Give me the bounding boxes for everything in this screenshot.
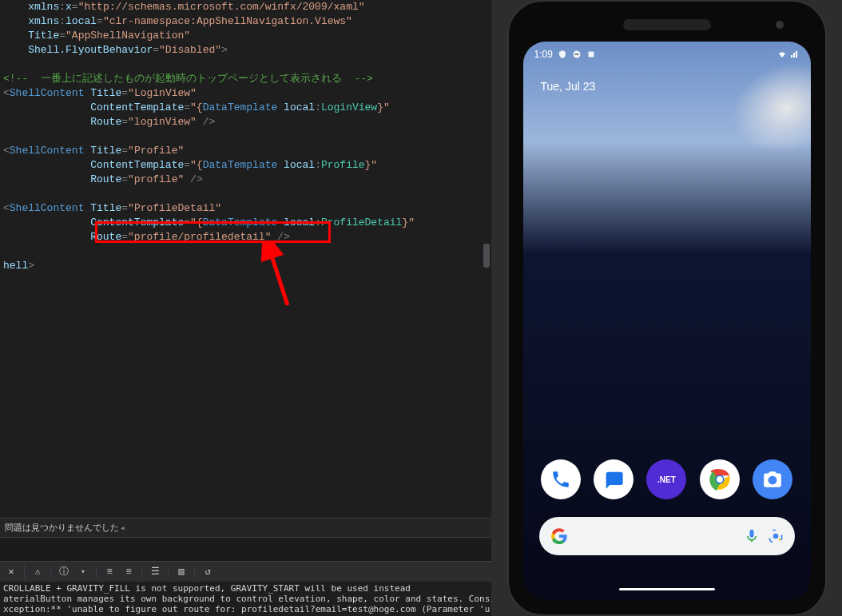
android-status-bar: 1:09 (523, 46, 811, 62)
dotnet-label: .NET (657, 475, 676, 484)
square-icon (586, 50, 596, 59)
code-line[interactable]: <ShellContent Title="ProfileDetail" (3, 201, 488, 216)
google-logo-icon (550, 527, 568, 545)
panel-gap (0, 537, 491, 561)
separator (168, 566, 169, 578)
indent-left-icon[interactable]: ≡ (101, 564, 117, 580)
shield-icon (558, 50, 567, 59)
code-line[interactable] (3, 129, 488, 144)
indent-right-icon[interactable]: ≡ (121, 564, 137, 580)
wallpaper-art (719, 47, 811, 168)
status-chevron-icon[interactable]: ◂ (120, 523, 125, 533)
separator (24, 566, 25, 578)
android-nav-handle[interactable] (619, 588, 715, 590)
svg-point-6 (717, 476, 723, 483)
emulator-pane: 1:09 Tue, Jul 23 (491, 0, 842, 616)
warnings-icon[interactable]: ⚠ (30, 564, 46, 580)
phone-app-icon[interactable] (541, 459, 581, 499)
separator (96, 566, 97, 578)
code-line[interactable]: Title="AppShellNavigation" (3, 29, 488, 43)
signal-icon (790, 50, 800, 59)
output-line: aterialButton manages its own background… (3, 594, 491, 604)
svg-point-8 (772, 534, 778, 539)
code-line[interactable] (3, 187, 488, 201)
editor-status-bar: 問題は見つかりませんでした ◂ (0, 518, 491, 537)
separator (194, 566, 195, 578)
mic-icon[interactable] (744, 528, 760, 544)
dropdown-icon[interactable]: ▾ (75, 564, 91, 580)
output-panel[interactable]: CROLLABLE + GRAVITY_FILL is not supporte… (0, 582, 491, 616)
code-line[interactable]: xmlns:local="clr-namespace:AppShellNavig… (3, 14, 488, 29)
phone-frame: 1:09 Tue, Jul 23 (507, 0, 827, 616)
code-line[interactable]: ContentTemplate="{DataTemplate local:Pro… (3, 216, 488, 230)
code-editor-pane: xmlns:x="http://schemas.microsoft.com/wi… (0, 0, 491, 616)
lens-icon[interactable] (768, 528, 784, 544)
wifi-icon (777, 50, 787, 59)
messages-app-icon[interactable] (594, 459, 633, 499)
vertical-scrollbar[interactable] (483, 244, 490, 268)
chrome-app-icon[interactable] (700, 459, 740, 499)
output-line: xception:** 'unable to figure out route … (3, 604, 491, 614)
output-line: CROLLABLE + GRAVITY_FILL is not supporte… (3, 583, 411, 594)
bookmark-icon[interactable]: ▤ (173, 564, 189, 580)
svg-rect-3 (588, 52, 594, 58)
phone-camera (776, 21, 784, 29)
code-line[interactable]: <ShellContent Title="LoginView" (3, 86, 488, 101)
comment-out-icon[interactable]: ☰ (147, 564, 163, 580)
status-text: 問題は見つかりませんでした (5, 522, 119, 534)
svg-point-9 (778, 539, 780, 541)
code-line[interactable]: <ShellContent Title="Profile" (3, 144, 488, 158)
code-line[interactable]: xmlns:x="http://schemas.microsoft.com/wi… (3, 0, 488, 14)
separator (50, 566, 51, 578)
main-layout: xmlns:x="http://schemas.microsoft.com/wi… (0, 0, 842, 616)
code-line[interactable]: ContentTemplate="{DataTemplate local:Log… (3, 101, 488, 115)
svg-rect-2 (574, 54, 578, 55)
code-line[interactable]: Route="loginView" /> (3, 115, 488, 129)
code-area[interactable]: xmlns:x="http://schemas.microsoft.com/wi… (0, 0, 491, 518)
dnd-icon (572, 50, 582, 59)
history-icon[interactable]: ↺ (200, 564, 216, 580)
code-line[interactable]: Shell.FlyoutBehavior="Disabled"> (3, 43, 488, 58)
phone-speaker (623, 19, 711, 30)
camera-app-icon[interactable] (753, 459, 792, 499)
code-line[interactable]: hell> (3, 259, 488, 273)
app-dock: .NET (523, 459, 811, 499)
code-line[interactable] (3, 58, 488, 72)
code-line[interactable] (3, 244, 488, 259)
separator (141, 566, 142, 578)
home-date-label: Tue, Jul 23 (541, 80, 596, 93)
code-line[interactable]: Route="profile/profiledetail" /> (3, 230, 488, 244)
google-search-bar[interactable] (539, 517, 795, 555)
dotnet-app-icon[interactable]: .NET (646, 459, 686, 499)
status-time: 1:09 (534, 49, 553, 60)
code-line[interactable]: Route="profile" /> (3, 173, 488, 187)
output-toolbar: ✕ ⚠ ⓘ ▾ ≡ ≡ ☰ ▤ ↺ (0, 561, 491, 582)
messages-icon[interactable]: ⓘ (56, 564, 72, 580)
code-line[interactable]: ContentTemplate="{DataTemplate local:Pro… (3, 158, 488, 173)
code-line[interactable]: <!-- 一番上に記述したものが起動時のトップページとして表示される --> (3, 72, 488, 86)
errors-icon[interactable]: ✕ (3, 564, 19, 580)
phone-screen[interactable]: 1:09 Tue, Jul 23 (523, 42, 811, 600)
